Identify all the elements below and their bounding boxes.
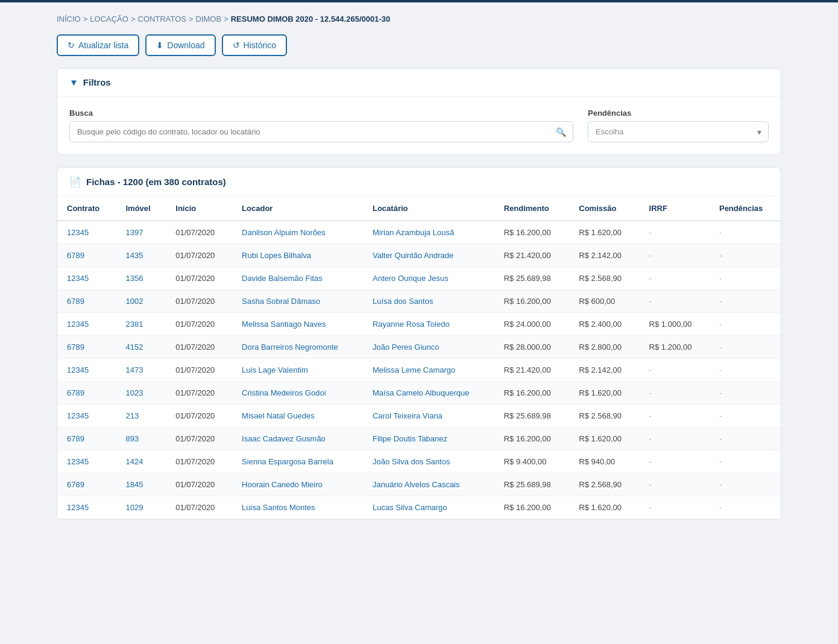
cell-locador[interactable]: Hoorain Canedo Mieiro [232, 473, 363, 496]
cell-locador[interactable]: Rubi Lopes Bilhalva [232, 244, 363, 267]
cell-imovel[interactable]: 1002 [116, 290, 166, 313]
cell-locador[interactable]: Melissa Santiago Naves [232, 313, 363, 336]
cell-locador[interactable]: Sasha Sobral Dâmaso [232, 290, 363, 313]
table-row: 12345 213 01/07/2020 Misael Natal Guedes… [57, 405, 781, 428]
cell-locatario[interactable]: Carol Teixeira Viana [363, 405, 494, 428]
download-button[interactable]: ⬇ Download [145, 34, 215, 56]
cell-pendencias: - [710, 313, 781, 336]
cell-locatario[interactable]: Antero Ourique Jesus [363, 267, 494, 290]
cell-locatario[interactable]: Januário Alvelos Cascais [363, 473, 494, 496]
cell-contrato[interactable]: 12345 [57, 450, 116, 473]
cell-rendimento: R$ 16.200,00 [494, 221, 570, 244]
history-icon: ↺ [233, 40, 240, 50]
cell-inicio: 01/07/2020 [166, 382, 232, 405]
cell-pendencias: - [710, 496, 781, 519]
table-row: 12345 1424 01/07/2020 Sienna Espargosa B… [57, 450, 781, 473]
cell-imovel[interactable]: 1435 [116, 244, 166, 267]
cell-rendimento: R$ 25.689,98 [494, 473, 570, 496]
pendencias-label: Pendências [588, 109, 769, 118]
cell-comissao: R$ 2.568,90 [569, 405, 639, 428]
historico-button[interactable]: ↺ Histórico [222, 34, 287, 56]
table-row: 6789 893 01/07/2020 Isaac Cadavez Gusmão… [57, 428, 781, 450]
cell-imovel[interactable]: 213 [116, 405, 166, 428]
cell-contrato[interactable]: 6789 [57, 382, 116, 405]
cell-locador[interactable]: Luisa Santos Montes [232, 496, 363, 519]
cell-locador[interactable]: Davide Balsemão Fitas [232, 267, 363, 290]
cell-locatario[interactable]: João Peres Giunco [363, 336, 494, 359]
table-head-row: Contrato Imóvel Início Locador Locatário… [57, 197, 781, 221]
cell-imovel[interactable]: 1029 [116, 496, 166, 519]
cell-contrato[interactable]: 6789 [57, 290, 116, 313]
cell-locador[interactable]: Isaac Cadavez Gusmão [232, 428, 363, 450]
search-input[interactable] [69, 121, 573, 142]
table-row: 12345 1029 01/07/2020 Luisa Santos Monte… [57, 496, 781, 519]
pendencias-select[interactable]: Escolha [588, 121, 769, 142]
col-locatario: Locatário [363, 197, 494, 221]
breadcrumb: INÍCIO > LOCAÇÃO > CONTRATOS > DIMOB > R… [57, 14, 781, 24]
cell-irrf: - [640, 267, 710, 290]
refresh-icon: ↻ [68, 40, 75, 50]
cell-locador[interactable]: Luis Lage Valentim [232, 359, 363, 382]
cell-irrf: - [640, 405, 710, 428]
download-icon: ⬇ [156, 40, 163, 50]
cell-imovel[interactable]: 2381 [116, 313, 166, 336]
document-icon: 📄 [69, 176, 81, 188]
cell-contrato[interactable]: 12345 [57, 405, 116, 428]
cell-locatario[interactable]: Rayanne Rosa Toledo [363, 313, 494, 336]
cell-contrato[interactable]: 12345 [57, 496, 116, 519]
cell-contrato[interactable]: 6789 [57, 336, 116, 359]
cell-imovel[interactable]: 1473 [116, 359, 166, 382]
cell-rendimento: R$ 16.200,00 [494, 496, 570, 519]
cell-rendimento: R$ 21.420,00 [494, 244, 570, 267]
cell-locatario[interactable]: Filipe Doutis Tabanez [363, 428, 494, 450]
cell-contrato[interactable]: 12345 [57, 221, 116, 244]
cell-locatario[interactable]: João Silva dos Santos [363, 450, 494, 473]
cell-imovel[interactable]: 1356 [116, 267, 166, 290]
cell-locatario[interactable]: Valter Quintão Andrade [363, 244, 494, 267]
cell-contrato[interactable]: 6789 [57, 473, 116, 496]
col-comissao: Comissão [569, 197, 639, 221]
breadcrumb-dimob[interactable]: DIMOB [196, 14, 222, 24]
cell-locador[interactable]: Dora Barreiros Negromonte [232, 336, 363, 359]
breadcrumb-contratos[interactable]: CONTRATOS [138, 14, 186, 24]
cell-locatario[interactable]: Maísa Camelo Albuquerque [363, 382, 494, 405]
cell-imovel[interactable]: 1424 [116, 450, 166, 473]
cell-imovel[interactable]: 893 [116, 428, 166, 450]
cell-contrato[interactable]: 12345 [57, 267, 116, 290]
col-contrato: Contrato [57, 197, 116, 221]
cell-irrf: - [640, 221, 710, 244]
cell-rendimento: R$ 28.000,00 [494, 336, 570, 359]
cell-locador[interactable]: Danilson Alpuim Norões [232, 221, 363, 244]
cell-inicio: 01/07/2020 [166, 359, 232, 382]
cell-imovel[interactable]: 1397 [116, 221, 166, 244]
cell-locatario[interactable]: Lucas Silva Camargo [363, 496, 494, 519]
col-locador: Locador [232, 197, 363, 221]
toolbar: ↻ Atualizar lista ⬇ Download ↺ Histórico [57, 34, 781, 56]
cell-contrato[interactable]: 12345 [57, 313, 116, 336]
cell-locatario[interactable]: Mirian Azambuja Lousã [363, 221, 494, 244]
col-rendimento: Rendimento [494, 197, 570, 221]
cell-irrf: - [640, 382, 710, 405]
cell-imovel[interactable]: 1023 [116, 382, 166, 405]
cell-imovel[interactable]: 4152 [116, 336, 166, 359]
cell-contrato[interactable]: 6789 [57, 428, 116, 450]
cell-contrato[interactable]: 6789 [57, 244, 116, 267]
cell-locador[interactable]: Sienna Espargosa Barrela [232, 450, 363, 473]
search-wrapper: 🔍 [69, 121, 573, 142]
cell-inicio: 01/07/2020 [166, 450, 232, 473]
cell-comissao: R$ 1.620,00 [569, 382, 639, 405]
breadcrumb-locacao[interactable]: LOCAÇÃO [90, 14, 128, 24]
cell-comissao: R$ 600,00 [569, 290, 639, 313]
cell-locador[interactable]: Cristina Medeiros Godoi [232, 382, 363, 405]
breadcrumb-current: RESUMO DIMOB 2020 - 12.544.265/0001-30 [231, 14, 390, 24]
cell-locatario[interactable]: Luísa dos Santos [363, 290, 494, 313]
filters-body: Busca 🔍 Pendências Escolha [57, 96, 781, 154]
cell-contrato[interactable]: 12345 [57, 359, 116, 382]
cell-pendencias: - [710, 359, 781, 382]
update-list-button[interactable]: ↻ Atualizar lista [57, 34, 139, 56]
breadcrumb-inicio[interactable]: INÍCIO [57, 14, 81, 24]
cell-locatario[interactable]: Melissa Leme Camargo [363, 359, 494, 382]
cell-locador[interactable]: Misael Natal Guedes [232, 405, 363, 428]
cell-comissao: R$ 2.142,00 [569, 359, 639, 382]
cell-imovel[interactable]: 1845 [116, 473, 166, 496]
